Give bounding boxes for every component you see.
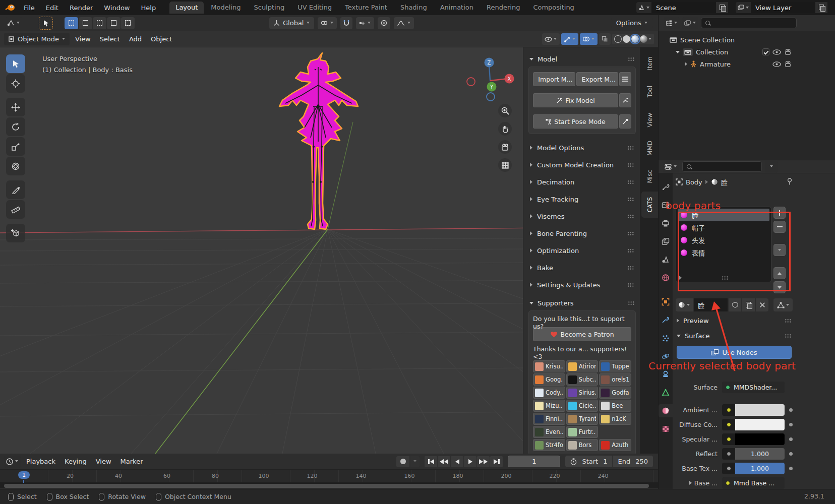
tab-object-data[interactable]: [659, 386, 673, 399]
timeline-scrollbar[interactable]: [4, 484, 649, 488]
cats-section-header[interactable]: Custom Model Creation: [528, 156, 636, 173]
import-model-button[interactable]: Import M...: [533, 72, 575, 86]
jump-to-end-button[interactable]: [490, 456, 503, 467]
cats-section-header[interactable]: Settings & Updates: [528, 276, 636, 293]
animate-decorator[interactable]: [789, 408, 793, 412]
viewport-menu-item[interactable]: Add: [125, 33, 146, 45]
workspace-tab[interactable]: Compositing: [527, 2, 580, 14]
reflect-value[interactable]: 1.000: [735, 448, 785, 460]
sidebar-tab[interactable]: Misc: [641, 163, 658, 190]
viewport-menu-item[interactable]: View: [71, 33, 95, 45]
material-slot[interactable]: 帽子: [678, 221, 769, 234]
move-tool[interactable]: [6, 98, 25, 116]
outliner-scene-collection-row[interactable]: Scene Collection: [663, 34, 792, 46]
proportional-edit-button[interactable]: [378, 17, 390, 29]
new-scene-button[interactable]: [716, 2, 728, 13]
gizmos-toggle[interactable]: [561, 33, 578, 45]
pin-icon[interactable]: [787, 178, 793, 186]
supporter-button[interactable]: Bors: [566, 439, 599, 451]
specular-color-swatch[interactable]: [735, 433, 785, 445]
menu-item[interactable]: Render: [64, 2, 98, 14]
material-preview-shading-button[interactable]: [631, 35, 639, 43]
timeline-menu-item[interactable]: View: [91, 456, 116, 467]
blender-logo-icon[interactable]: [5, 4, 15, 11]
material-specials-button[interactable]: [773, 244, 786, 256]
ambient-color-swatch[interactable]: [735, 404, 785, 416]
select-box-tool[interactable]: [6, 54, 25, 73]
model-section-header[interactable]: Model: [528, 51, 636, 67]
disable-render-camera-icon[interactable]: [784, 49, 792, 55]
tab-tool[interactable]: [659, 180, 673, 194]
rendered-shading-button[interactable]: [640, 35, 647, 43]
collapsed-arrow-icon[interactable]: [685, 62, 687, 66]
cats-section-header[interactable]: Optimization: [528, 242, 636, 259]
scene-name-field[interactable]: Scene: [651, 2, 716, 13]
workspace-tab[interactable]: Rendering: [481, 2, 526, 14]
sidebar-tab[interactable]: MMD: [641, 135, 658, 161]
current-frame-field[interactable]: 1: [508, 456, 560, 467]
character-model[interactable]: [271, 52, 367, 239]
tab-scene[interactable]: [659, 253, 673, 266]
select-box-mode-button[interactable]: [65, 17, 78, 29]
orthographic-toggle-icon[interactable]: [498, 158, 512, 172]
viewport-menu-item[interactable]: Select: [95, 33, 125, 45]
snap-settings-dropdown[interactable]: [356, 17, 374, 29]
supporter-button[interactable]: Krisu...: [533, 360, 565, 372]
fix-model-settings-button[interactable]: [619, 93, 631, 107]
supporter-button[interactable]: Str4fo: [533, 439, 565, 451]
tab-object[interactable]: [659, 295, 673, 308]
expanded-arrow-icon[interactable]: [676, 51, 680, 53]
drag-grip-icon[interactable]: [627, 248, 634, 253]
material-slot[interactable]: 头发: [678, 234, 769, 246]
xray-toggle[interactable]: [599, 33, 611, 45]
proportional-falloff-dropdown[interactable]: [394, 17, 414, 29]
cats-section-header[interactable]: Visemes: [528, 208, 636, 225]
keying-set-dropdown[interactable]: [410, 456, 420, 467]
export-model-button[interactable]: Export M...: [576, 72, 619, 86]
surface-section-header[interactable]: Surface: [676, 330, 793, 342]
supporter-button[interactable]: Furtr...: [566, 426, 599, 438]
model-menu-button[interactable]: [619, 72, 631, 86]
supporter-button[interactable]: Azuth: [599, 439, 631, 451]
editor-type-button[interactable]: [5, 17, 22, 29]
specular-color-widget[interactable]: [722, 433, 785, 445]
outliner-armature-row[interactable]: Armature: [663, 58, 792, 70]
overlays-toggle[interactable]: [580, 33, 598, 45]
animate-decorator[interactable]: [789, 452, 793, 456]
material-slot[interactable]: 脸: [678, 209, 769, 221]
drag-grip-icon[interactable]: [627, 146, 634, 150]
zoom-icon[interactable]: [498, 104, 512, 117]
material-name-field[interactable]: 脸: [694, 298, 728, 311]
diffuse-color-swatch[interactable]: [735, 419, 785, 430]
supporter-button[interactable]: Cody...: [533, 387, 565, 399]
animate-decorator[interactable]: [789, 467, 793, 470]
auto-keyframe-button[interactable]: [396, 456, 409, 467]
outliner-search-input[interactable]: [701, 18, 797, 28]
active-tool-indicator[interactable]: [39, 17, 53, 30]
drag-grip-icon[interactable]: [785, 334, 792, 338]
menu-item[interactable]: Help: [136, 2, 162, 14]
cats-section-header[interactable]: Eye Tracking: [528, 191, 636, 208]
add-material-slot-button[interactable]: [773, 207, 786, 219]
add-cube-tool[interactable]: [6, 224, 25, 242]
animate-decorator[interactable]: [789, 437, 793, 441]
transform-pivot-dropdown[interactable]: [318, 17, 337, 29]
start-pose-mode-button[interactable]: Start Pose Mode: [533, 114, 618, 129]
node-tree-button[interactable]: [773, 298, 793, 311]
remove-material-slot-button[interactable]: [773, 221, 786, 233]
supporter-button[interactable]: orels1: [599, 373, 631, 386]
surface-shader-select[interactable]: MMDShader...: [722, 382, 785, 393]
animate-decorator[interactable]: [789, 423, 793, 426]
move-material-up-button[interactable]: [773, 267, 786, 279]
outliner-collection-row[interactable]: Collection: [663, 46, 792, 58]
use-nodes-button[interactable]: Use Nodes: [677, 346, 792, 359]
unlink-material-button[interactable]: [756, 298, 768, 311]
menu-item[interactable]: Edit: [40, 2, 64, 14]
material-slot[interactable]: 表情: [678, 246, 769, 259]
ambient-color-widget[interactable]: [722, 404, 785, 416]
supporters-section-header[interactable]: Supporters: [528, 295, 636, 310]
preview-section-header[interactable]: Preview: [676, 314, 793, 327]
timeline-editor-type-button[interactable]: [4, 456, 21, 468]
view-layer-name-field[interactable]: View Layer: [751, 2, 815, 13]
tab-material[interactable]: [659, 404, 673, 417]
